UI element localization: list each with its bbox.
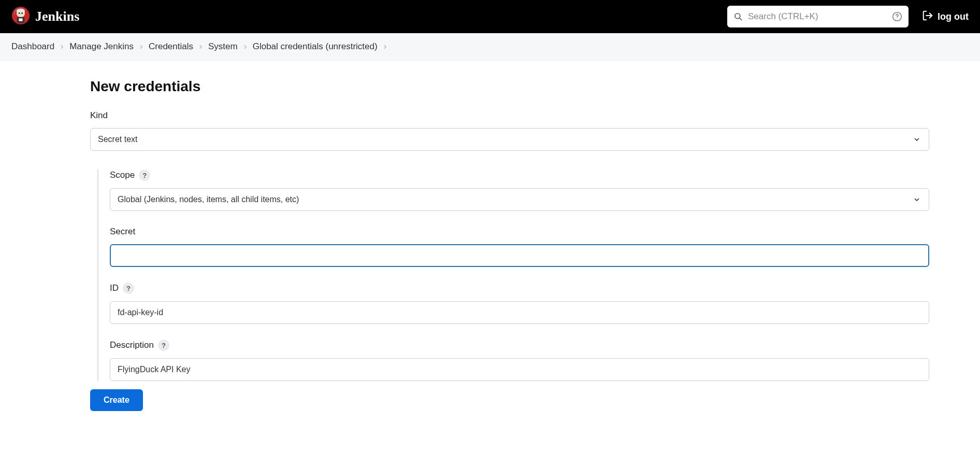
breadcrumb-item-manage-jenkins[interactable]: Manage Jenkins bbox=[69, 41, 134, 52]
field-id: ID ? bbox=[110, 282, 929, 324]
secret-label: Secret bbox=[110, 227, 135, 237]
logout-link[interactable]: log out bbox=[922, 10, 969, 24]
chevron-right-icon bbox=[197, 44, 204, 50]
secret-input[interactable] bbox=[110, 244, 929, 267]
breadcrumb-item-dashboard[interactable]: Dashboard bbox=[11, 41, 54, 52]
breadcrumb-item-credentials[interactable]: Credentials bbox=[149, 41, 193, 52]
kind-select-value: Secret text bbox=[98, 135, 137, 144]
search-box[interactable] bbox=[727, 6, 909, 27]
scope-select[interactable]: Global (Jenkins, nodes, items, all child… bbox=[110, 188, 929, 211]
field-scope: Scope ? Global (Jenkins, nodes, items, a… bbox=[110, 170, 929, 211]
create-button[interactable]: Create bbox=[90, 389, 143, 411]
breadcrumb-item-global-credentials[interactable]: Global credentials (unrestricted) bbox=[253, 41, 378, 52]
breadcrumb-item-system[interactable]: System bbox=[208, 41, 238, 52]
kind-select[interactable]: Secret text bbox=[90, 128, 929, 151]
id-input[interactable] bbox=[110, 301, 929, 324]
chevron-right-icon bbox=[138, 44, 145, 50]
logout-label: log out bbox=[938, 11, 969, 22]
brand-name: Jenkins bbox=[35, 9, 79, 24]
jenkins-logo-icon bbox=[11, 6, 30, 27]
header-left: Jenkins bbox=[11, 6, 79, 27]
header-right: log out bbox=[727, 6, 969, 27]
search-input[interactable] bbox=[748, 11, 887, 22]
field-secret: Secret bbox=[110, 227, 929, 267]
page-title: New credentials bbox=[90, 78, 980, 95]
field-kind: Kind Secret text bbox=[90, 110, 929, 151]
scope-select-value: Global (Jenkins, nodes, items, all child… bbox=[118, 195, 299, 204]
jenkins-logo-link[interactable]: Jenkins bbox=[11, 6, 79, 27]
main-content: New credentials Kind Secret text Scope ? bbox=[0, 61, 980, 432]
svg-point-6 bbox=[21, 12, 23, 14]
logout-icon bbox=[922, 10, 933, 24]
kind-label: Kind bbox=[90, 110, 929, 121]
id-label: ID bbox=[110, 283, 119, 293]
kind-details-block: Scope ? Global (Jenkins, nodes, items, a… bbox=[97, 170, 929, 381]
breadcrumb: Dashboard Manage Jenkins Credentials Sys… bbox=[0, 33, 980, 61]
search-help-icon[interactable] bbox=[892, 11, 902, 22]
chevron-right-icon bbox=[59, 44, 65, 50]
scope-help-icon[interactable]: ? bbox=[139, 170, 150, 181]
description-input[interactable] bbox=[110, 358, 929, 381]
search-icon bbox=[733, 12, 743, 21]
scope-label: Scope bbox=[110, 170, 135, 180]
chevron-right-icon bbox=[242, 44, 249, 50]
svg-rect-4 bbox=[19, 18, 22, 21]
app-header: Jenkins bbox=[0, 0, 980, 33]
field-description: Description ? bbox=[110, 340, 929, 381]
svg-line-8 bbox=[740, 18, 742, 20]
svg-point-10 bbox=[897, 19, 897, 19]
svg-point-5 bbox=[19, 12, 20, 14]
description-help-icon[interactable]: ? bbox=[158, 340, 169, 351]
chevron-right-icon bbox=[382, 44, 388, 50]
id-help-icon[interactable]: ? bbox=[123, 282, 134, 294]
credentials-form: Kind Secret text Scope ? Glo bbox=[90, 110, 929, 411]
description-label: Description bbox=[110, 340, 154, 350]
svg-point-7 bbox=[735, 13, 740, 19]
